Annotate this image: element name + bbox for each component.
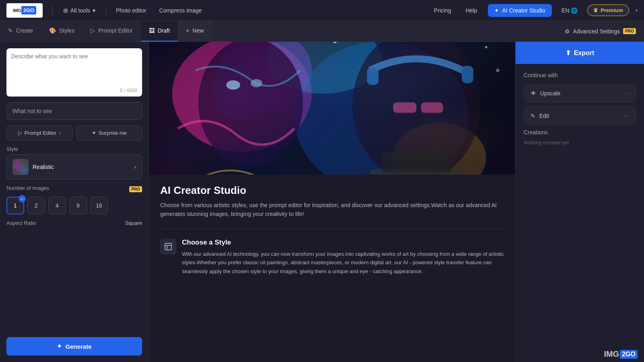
aspect-ratio-value: Square [125, 220, 142, 226]
negative-prompt-box[interactable]: What not to see [6, 102, 142, 120]
pricing-link[interactable]: Pricing [430, 5, 455, 16]
logo-image: IMG2GO [6, 3, 43, 18]
prompt-textarea[interactable] [11, 53, 137, 85]
num-option-9[interactable]: 9 [69, 197, 87, 214]
svg-rect-14 [421, 103, 443, 113]
compress-image-link[interactable]: Compress image [156, 5, 205, 16]
num-option-2[interactable]: 2 [27, 197, 45, 214]
photo-editor-link[interactable]: Photo editor [113, 5, 150, 16]
top-nav: IMG2GO ⊞ All tools ▾ Photo editor Compre… [0, 0, 644, 21]
footer-logo: IMG 2GO [604, 350, 638, 359]
prompt-editor-chevron: › [59, 130, 60, 136]
num-option-1[interactable]: ✓ 1 [6, 197, 24, 214]
second-nav: ✎ Create 🎨 Styles ▷ Prompt Editor 🖼 Draf… [0, 21, 644, 42]
language-selector[interactable]: EN 🌐 [558, 5, 581, 16]
style-thumb-inner [12, 159, 29, 175]
edit-arrow-icon: → [623, 113, 629, 119]
svg-point-20 [496, 69, 500, 72]
upscale-arrow-icon: → [623, 90, 629, 97]
num-options-row: ✓ 1 2 4 9 16 [6, 197, 142, 214]
feature-description: With our advanced AI technology, you can… [182, 250, 504, 276]
svg-rect-12 [462, 66, 473, 83]
style-section: Style Realistic › [6, 146, 142, 179]
surprise-me-button[interactable]: ✦ Surprise me [76, 125, 142, 140]
svg-rect-11 [367, 68, 379, 85]
prompt-editor-button[interactable]: ▷ Prompt Editor › [6, 125, 72, 140]
export-icon: ⬆ [566, 49, 571, 57]
footer-go-box: 2GO [620, 350, 638, 359]
svg-point-8 [226, 80, 240, 90]
left-panel: 0 / 4000 What not to see ▷ Prompt Editor… [0, 42, 149, 362]
generate-button[interactable]: ✦ Generate [6, 337, 142, 356]
advanced-settings-button[interactable]: ⚙ Advanced Settings PRO [557, 28, 644, 35]
style-name: Realistic [33, 164, 54, 170]
center-panel: AI Creator Studio Choose from various ar… [149, 42, 515, 362]
num-images-section: Number of images PRO ✓ 1 2 4 9 16 [6, 185, 142, 214]
feature-content: Choose a Style With our advanced AI tech… [182, 239, 504, 276]
tab-new[interactable]: + New [178, 21, 212, 42]
globe-icon: 🌐 [571, 7, 578, 14]
svg-point-7 [213, 56, 271, 120]
footer-img-text: IMG [604, 350, 619, 359]
plus-icon: + [186, 27, 189, 34]
style-icon [164, 242, 173, 251]
num-images-header: Number of images PRO [6, 185, 142, 193]
svg-rect-21 [165, 243, 172, 250]
creations-title: Creations [524, 129, 636, 136]
upscale-card[interactable]: 👁 Upscale → [524, 84, 636, 103]
styles-icon: 🎨 [49, 27, 56, 34]
content-area: AI Creator Studio Choose from various ar… [149, 175, 515, 285]
style-chevron-icon: › [134, 163, 136, 171]
style-selector[interactable]: Realistic › [6, 154, 142, 179]
eye-icon: 👁 [530, 90, 536, 97]
chevron-down-icon: ▾ [93, 7, 95, 14]
premium-dropdown-arrow[interactable]: ▾ [636, 8, 638, 12]
edit-card[interactable]: ✎ Edit → [524, 107, 636, 125]
hero-illustration [149, 42, 515, 175]
draft-icon: 🖼 [149, 27, 155, 34]
ai-studio-icon: ✦ [494, 7, 499, 14]
num-images-pro-badge: PRO [129, 186, 142, 192]
edit-icon: ✎ [530, 113, 535, 119]
prompt-editor-icon: ▷ [91, 27, 95, 34]
feature-section: Choose a Style With our advanced AI tech… [160, 239, 504, 276]
selected-check: ✓ [19, 195, 26, 202]
help-link[interactable]: Help [462, 5, 481, 16]
create-icon: ✎ [8, 27, 13, 34]
num-option-16[interactable]: 16 [90, 197, 108, 214]
svg-rect-13 [393, 103, 417, 113]
wand-icon: ✦ [92, 130, 96, 136]
premium-button[interactable]: ♛ Premium [587, 4, 629, 16]
logo[interactable]: IMG2GO [6, 3, 43, 18]
aspect-ratio-section: Aspect Ratio Square [6, 220, 142, 226]
prompt-counter: 0 / 4000 [120, 88, 137, 93]
upscale-card-left: 👁 Upscale [530, 90, 561, 97]
tab-prompt-editor[interactable]: ▷ Prompt Editor [83, 21, 141, 42]
ai-studio-button[interactable]: ✦ AI Creator Studio [488, 4, 552, 17]
action-row: ▷ Prompt Editor › ✦ Surprise me [6, 125, 142, 140]
continue-with-title: Continue with [524, 72, 636, 78]
style-thumbnail [12, 159, 29, 175]
aspect-ratio-label: Aspect Ratio [6, 220, 36, 226]
style-section-label: Style [6, 146, 142, 152]
prompt-box: 0 / 4000 [6, 48, 142, 97]
prompt-editor-btn-icon: ▷ [18, 130, 22, 136]
feature-icon [160, 239, 176, 255]
edit-card-left: ✎ Edit [530, 113, 549, 119]
all-tools-menu[interactable]: ⊞ All tools ▾ [59, 5, 99, 16]
logo-box: 2GO [21, 6, 36, 14]
negative-prompt-label: What not to see [12, 108, 52, 114]
feature-title: Choose a Style [182, 239, 504, 247]
grid-icon: ⊞ [63, 7, 68, 14]
tab-draft[interactable]: 🖼 Draft [141, 21, 178, 42]
tab-styles[interactable]: 🎨 Styles [41, 21, 83, 42]
tab-create[interactable]: ✎ Create [0, 21, 41, 42]
num-option-4[interactable]: 4 [48, 197, 66, 214]
style-left: Realistic [12, 159, 54, 175]
nothing-yet-text: Nothing created yet [524, 140, 636, 146]
settings-icon: ⚙ [565, 28, 570, 35]
svg-point-19 [485, 46, 487, 48]
generate-icon: ✦ [57, 343, 62, 350]
export-button[interactable]: ⬆ Export [516, 42, 644, 64]
nav-divider-2 [106, 5, 106, 16]
